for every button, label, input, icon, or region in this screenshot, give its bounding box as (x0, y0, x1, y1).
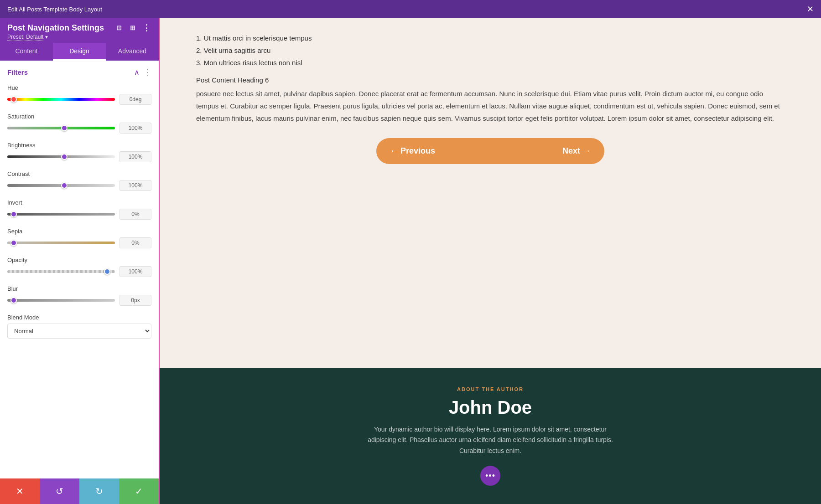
brightness-control: 100% (7, 151, 151, 162)
next-button[interactable]: Next → (490, 138, 604, 164)
saturation-value[interactable]: 100% (120, 123, 151, 134)
hue-value[interactable]: 0deg (120, 94, 151, 105)
contrast-thumb[interactable] (61, 182, 68, 189)
filter-opacity: Opacity 100% (7, 257, 151, 277)
post-paragraph: posuere nec lectus sit amet, pulvinar da… (196, 87, 785, 124)
columns-icon[interactable]: ⊞ (128, 23, 138, 33)
contrast-slider[interactable] (7, 184, 115, 187)
sepia-label: Sepia (7, 228, 151, 235)
filter-brightness: Brightness 100% (7, 142, 151, 162)
panel-header: Post Navigation Settings ⊡ ⊞ ⋮ Preset: D… (0, 18, 159, 43)
panel-tabs: Content Design Advanced (0, 43, 159, 61)
filters-menu-icon[interactable]: ⋮ (143, 67, 151, 77)
left-panel: Post Navigation Settings ⊡ ⊞ ⋮ Preset: D… (0, 18, 160, 504)
redo-button[interactable]: ↻ (79, 478, 119, 504)
blend-mode-select[interactable]: Normal Multiply Screen Overlay Darken Li… (7, 324, 151, 339)
sepia-slider[interactable] (7, 242, 115, 244)
panel-title: Post Navigation Settings ⊡ ⊞ ⋮ (7, 23, 151, 33)
cancel-icon: ✕ (16, 486, 24, 497)
opacity-thumb[interactable] (104, 268, 110, 275)
invert-value[interactable]: 0% (120, 209, 151, 220)
brightness-slider[interactable] (7, 155, 115, 158)
opacity-label: Opacity (7, 257, 151, 263)
hue-slider[interactable] (7, 98, 115, 101)
top-bar: Edit All Posts Template Body Layout ✕ (0, 0, 821, 18)
saturation-thumb[interactable] (61, 125, 68, 131)
author-more-button[interactable]: ••• (480, 466, 500, 486)
tab-content[interactable]: Content (0, 43, 53, 61)
brightness-label: Brightness (7, 142, 151, 149)
filters-header: Filters ∧ ⋮ (7, 67, 151, 77)
blur-slider[interactable] (7, 299, 115, 302)
author-name: John Doe (196, 397, 785, 418)
confirm-button[interactable]: ✓ (119, 478, 159, 504)
expand-icon[interactable]: ⊡ (114, 23, 124, 33)
filter-saturation: Saturation 100% (7, 113, 151, 134)
author-section: ABOUT THE AUTHOR John Doe Your dynamic a… (160, 368, 821, 504)
post-content: 1. Ut mattis orci in scelerisque tempus … (160, 18, 821, 368)
top-bar-title: Edit All Posts Template Body Layout (7, 6, 102, 13)
opacity-slider[interactable] (7, 270, 115, 273)
filter-invert: Invert 0% (7, 199, 151, 220)
blur-thumb[interactable] (10, 297, 17, 303)
author-more-dots: ••• (485, 471, 495, 481)
main-layout: Post Navigation Settings ⊡ ⊞ ⋮ Preset: D… (0, 18, 821, 504)
brightness-value[interactable]: 100% (120, 151, 151, 162)
filter-blur: Blur 0px (7, 285, 151, 306)
redo-icon: ↻ (95, 486, 103, 497)
author-above-label: ABOUT THE AUTHOR (196, 386, 785, 392)
post-heading: Post Content Heading 6 (196, 76, 785, 84)
close-icon[interactable]: ✕ (807, 5, 814, 13)
blur-value[interactable]: 0px (120, 295, 151, 306)
filters-header-right: ∧ ⋮ (134, 67, 151, 77)
panel-preset[interactable]: Preset: Default ▾ (7, 34, 151, 40)
list-item: 2. Velit urna sagittis arcu (196, 44, 785, 57)
prev-button[interactable]: ← Previous (376, 138, 490, 164)
saturation-control: 100% (7, 123, 151, 134)
post-list: 1. Ut mattis orci in scelerisque tempus … (196, 32, 785, 69)
saturation-slider[interactable] (7, 127, 115, 129)
hue-label: Hue (7, 84, 151, 91)
filter-hue: Hue 0deg (7, 84, 151, 105)
filters-collapse-icon[interactable]: ∧ (134, 68, 140, 77)
filter-sepia: Sepia 0% (7, 228, 151, 248)
more-icon[interactable]: ⋮ (141, 23, 151, 33)
opacity-value[interactable]: 100% (120, 266, 151, 277)
panel-content: Filters ∧ ⋮ Hue 0deg (0, 61, 159, 478)
blend-mode-label: Blend Mode (7, 314, 151, 321)
hue-thumb[interactable] (10, 96, 17, 103)
contrast-value[interactable]: 100% (120, 180, 151, 191)
invert-slider[interactable] (7, 213, 115, 216)
cancel-button[interactable]: ✕ (0, 478, 40, 504)
blur-label: Blur (7, 285, 151, 292)
invert-thumb[interactable] (10, 211, 17, 217)
list-item: 3. Mon ultrices risus lectus non nisl (196, 57, 785, 69)
panel-title-text: Post Navigation Settings (7, 23, 104, 33)
list-item: 1. Ut mattis orci in scelerisque tempus (196, 32, 785, 44)
undo-button[interactable]: ↺ (40, 478, 79, 504)
invert-label: Invert (7, 199, 151, 206)
next-label: Next → (562, 146, 591, 156)
brightness-thumb[interactable] (61, 154, 68, 160)
invert-control: 0% (7, 209, 151, 220)
sepia-control: 0% (7, 237, 151, 248)
filter-blend-mode: Blend Mode Normal Multiply Screen Overla… (7, 314, 151, 339)
sepia-thumb[interactable] (10, 240, 17, 246)
confirm-icon: ✓ (135, 486, 143, 497)
content-area: 1. Ut mattis orci in scelerisque tempus … (160, 18, 821, 504)
hue-control: 0deg (7, 94, 151, 105)
nav-buttons: ← Previous Next → (376, 138, 604, 164)
undo-icon: ↺ (56, 486, 63, 497)
opacity-control: 100% (7, 266, 151, 277)
author-bio: Your dynamic author bio will display her… (365, 424, 616, 457)
contrast-label: Contrast (7, 170, 151, 177)
tab-design[interactable]: Design (53, 43, 106, 61)
contrast-control: 100% (7, 180, 151, 191)
filters-title: Filters (7, 68, 28, 76)
filter-contrast: Contrast 100% (7, 170, 151, 191)
saturation-label: Saturation (7, 113, 151, 120)
sepia-value[interactable]: 0% (120, 237, 151, 248)
panel-title-icons: ⊡ ⊞ ⋮ (114, 23, 151, 33)
bottom-toolbar: ✕ ↺ ↻ ✓ (0, 478, 159, 504)
tab-advanced[interactable]: Advanced (106, 43, 159, 61)
